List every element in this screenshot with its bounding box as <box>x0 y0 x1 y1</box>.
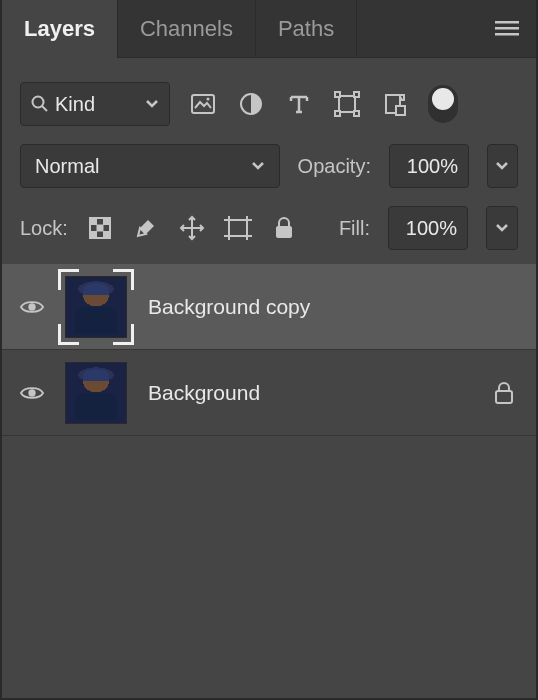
lock-transparency-icon[interactable] <box>86 213 114 243</box>
lock-pixels-icon[interactable] <box>132 213 160 243</box>
svg-rect-23 <box>96 225 103 232</box>
svg-point-3 <box>33 97 44 108</box>
blend-row: Normal Opacity: 100% <box>2 144 536 198</box>
svg-rect-21 <box>90 218 97 225</box>
svg-rect-2 <box>495 33 519 36</box>
svg-rect-0 <box>495 21 519 24</box>
svg-rect-22 <box>103 218 110 225</box>
svg-point-6 <box>207 98 210 101</box>
panel-tab-bar: Layers Channels Paths <box>2 0 536 58</box>
fill-dropdown-button[interactable] <box>486 206 518 250</box>
opacity-value-input[interactable]: 100% <box>389 144 469 188</box>
blend-mode-dropdown[interactable]: Normal <box>20 144 280 188</box>
svg-rect-1 <box>495 27 519 30</box>
filter-smartobject-icon[interactable] <box>380 89 410 119</box>
filter-adjustment-icon[interactable] <box>236 89 266 119</box>
filter-pixel-icon[interactable] <box>188 89 218 119</box>
svg-rect-24 <box>90 231 97 238</box>
layer-list: Background copy Background <box>2 264 536 698</box>
chevron-down-icon <box>145 95 159 113</box>
layer-thumbnail[interactable] <box>60 357 132 429</box>
lock-all-icon[interactable] <box>270 213 298 243</box>
filter-shape-icon[interactable] <box>332 89 362 119</box>
tab-channels[interactable]: Channels <box>118 0 256 58</box>
opacity-label: Opacity: <box>298 155 371 178</box>
svg-rect-28 <box>229 220 247 236</box>
layers-panel: Layers Channels Paths Kind <box>0 0 538 700</box>
lock-row: Lock: Fill: 100% <box>2 198 536 264</box>
tab-paths[interactable]: Paths <box>256 0 357 58</box>
layer-name[interactable]: Background copy <box>148 295 518 319</box>
layer-row[interactable]: Background <box>2 350 536 436</box>
svg-rect-25 <box>103 231 110 238</box>
chevron-down-icon <box>251 157 265 175</box>
layer-filter-row: Kind <box>2 58 536 144</box>
filter-toggle[interactable] <box>428 85 458 123</box>
svg-rect-40 <box>496 391 512 403</box>
svg-point-39 <box>28 389 35 396</box>
chevron-down-icon <box>495 219 509 237</box>
fill-value-input[interactable]: 100% <box>388 206 468 250</box>
svg-rect-8 <box>339 96 355 112</box>
lock-artboard-icon[interactable] <box>224 213 252 243</box>
panel-menu-icon[interactable] <box>492 14 522 44</box>
visibility-toggle-icon[interactable] <box>20 298 44 316</box>
layer-row[interactable]: Background copy <box>2 264 536 350</box>
layer-thumbnail[interactable] <box>60 271 132 343</box>
blend-mode-label: Normal <box>35 155 251 178</box>
svg-point-38 <box>28 303 35 310</box>
opacity-dropdown-button[interactable] <box>487 144 518 188</box>
svg-rect-37 <box>276 226 292 238</box>
lock-label: Lock: <box>20 217 68 240</box>
fill-label: Fill: <box>339 217 370 240</box>
filter-toggle-knob <box>432 88 454 110</box>
filter-kind-dropdown[interactable]: Kind <box>20 82 170 126</box>
filter-type-icon[interactable] <box>284 89 314 119</box>
filter-kind-label: Kind <box>55 93 145 116</box>
chevron-down-icon <box>495 157 509 175</box>
lock-position-icon[interactable] <box>178 213 206 243</box>
svg-line-4 <box>42 106 47 111</box>
layer-name[interactable]: Background <box>148 381 478 405</box>
lock-icon <box>494 381 518 405</box>
svg-rect-18 <box>396 106 405 115</box>
visibility-toggle-icon[interactable] <box>20 384 44 402</box>
tab-layers[interactable]: Layers <box>2 0 118 58</box>
